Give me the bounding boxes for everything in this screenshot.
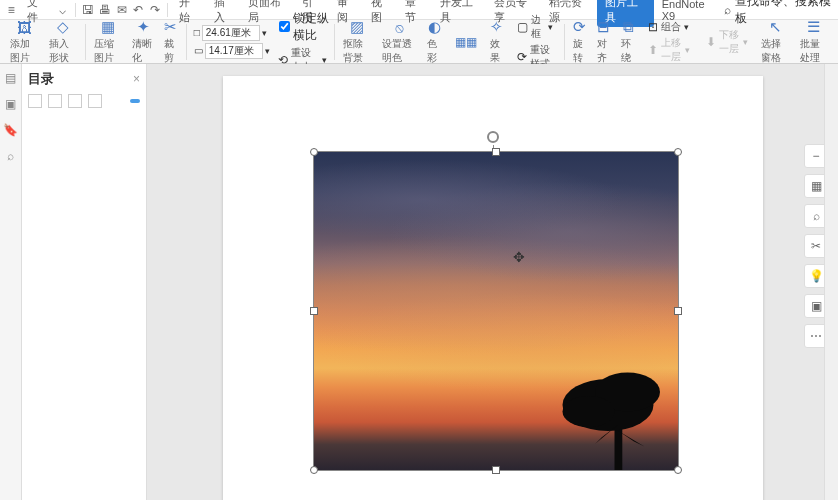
sharpen-button[interactable]: ✦清晰化 — [128, 22, 157, 62]
height-input[interactable] — [205, 43, 263, 59]
redo-icon[interactable]: ↷ — [148, 2, 163, 18]
dropdown-icon[interactable]: ⌵ — [55, 2, 70, 18]
align-button[interactable]: ⊟对齐 — [593, 22, 615, 62]
selection-pane-button[interactable]: ↖选择窗格 — [757, 22, 794, 62]
up-icon: ⬆ — [648, 43, 658, 57]
rotate-button[interactable]: ⟳旋转 — [569, 22, 591, 62]
outline-close-icon[interactable]: × — [133, 72, 140, 86]
height-icon: ▭ — [194, 45, 203, 56]
batch-button[interactable]: ☰批量处理 — [796, 22, 833, 62]
sunset-image-content — [314, 152, 678, 470]
resize-handle-bl[interactable] — [310, 466, 318, 474]
resize-handle-bm[interactable] — [492, 466, 500, 474]
resize-handle-tl[interactable] — [310, 148, 318, 156]
effect-button[interactable]: ✧效果 — [486, 22, 508, 62]
crop-button[interactable]: ✂裁剪 — [160, 22, 182, 62]
outline-tab-1[interactable] — [28, 94, 42, 108]
group-button[interactable]: ⊡组合▾ — [645, 20, 693, 34]
transparent-icon: ⍉ — [395, 19, 404, 36]
resize-handle-tr[interactable] — [674, 148, 682, 156]
thumbnail-tool-icon[interactable]: ▣ — [3, 96, 19, 112]
resize-handle-ml[interactable] — [310, 307, 318, 315]
tab-insert[interactable]: 插入 — [208, 0, 240, 28]
insert-shape-button[interactable]: ◇插入形状 — [45, 22, 82, 62]
group-icon: ⊡ — [648, 20, 658, 34]
removebg-icon: ▨ — [350, 18, 364, 36]
border-button[interactable]: ▢边框▾ — [514, 13, 556, 41]
document-page[interactable]: ✥ — [223, 76, 763, 500]
menu-icon[interactable]: ≡ — [4, 2, 19, 18]
gallery-icon: ▦▦ — [455, 35, 477, 49]
batch-icon: ☰ — [807, 18, 820, 36]
sharpen-icon: ✦ — [137, 18, 150, 36]
lock-ratio-checkbox[interactable]: 锁定纵横比 — [279, 10, 331, 44]
outline-tab-4[interactable] — [88, 94, 102, 108]
border-icon: ▢ — [517, 20, 528, 34]
wrap-icon: ⧉ — [623, 18, 634, 36]
rotate-icon: ⟳ — [573, 18, 586, 36]
bookmark-tool-icon[interactable]: 🔖 — [3, 122, 19, 138]
down-layer-button[interactable]: ⬇下移一层▾ — [703, 28, 751, 56]
crop-icon: ✂ — [164, 18, 177, 36]
add-image-button[interactable]: 🖼添加图片 — [6, 22, 43, 62]
width-input[interactable] — [202, 25, 260, 41]
outline-tab-2[interactable] — [48, 94, 62, 108]
wrap-button[interactable]: ⧉环绕 — [617, 22, 639, 62]
print-icon[interactable]: 🖶 — [97, 2, 112, 18]
resize-handle-tm[interactable] — [492, 148, 500, 156]
remove-bg-button[interactable]: ▨抠除背景 — [339, 22, 376, 62]
outline-title: 目录 — [28, 70, 54, 88]
color-icon: ◐ — [428, 18, 441, 36]
resetstyle-icon: ⟳ — [517, 50, 527, 64]
compress-button[interactable]: ▦压缩图片 — [90, 22, 127, 62]
rotation-handle[interactable] — [487, 131, 499, 143]
transparent-button[interactable]: ⍉设置透明色 — [378, 22, 422, 62]
search-icon: ⌕ — [724, 3, 731, 17]
up-layer-button[interactable]: ⬆上移一层▾ — [645, 36, 693, 64]
effect-icon: ✧ — [490, 18, 503, 36]
compress-icon: ▦ — [101, 18, 115, 36]
undo-icon[interactable]: ↶ — [131, 2, 146, 18]
style-gallery[interactable]: ▦▦ — [452, 35, 480, 49]
svg-point-3 — [562, 396, 614, 427]
vertical-scrollbar[interactable] — [824, 64, 838, 500]
outline-indicator — [130, 99, 140, 103]
outline-tab-3[interactable] — [68, 94, 82, 108]
width-icon: □ — [194, 27, 200, 38]
color-button[interactable]: ◐色彩 — [423, 22, 445, 62]
align-icon: ⊟ — [597, 18, 610, 36]
down-icon: ⬇ — [706, 35, 716, 49]
resize-handle-br[interactable] — [674, 466, 682, 474]
preview-icon[interactable]: ✉ — [114, 2, 129, 18]
selected-image[interactable] — [313, 151, 679, 471]
find-tool-icon[interactable]: ⌕ — [3, 148, 19, 164]
tree-silhouette — [543, 340, 673, 470]
outline-tool-icon[interactable]: ▤ — [3, 70, 19, 86]
image-icon: 🖼 — [17, 19, 32, 36]
shape-icon: ◇ — [57, 18, 69, 36]
cursor-icon: ↖ — [769, 18, 782, 36]
resize-handle-mr[interactable] — [674, 307, 682, 315]
save-icon[interactable]: 🖫 — [81, 2, 96, 18]
